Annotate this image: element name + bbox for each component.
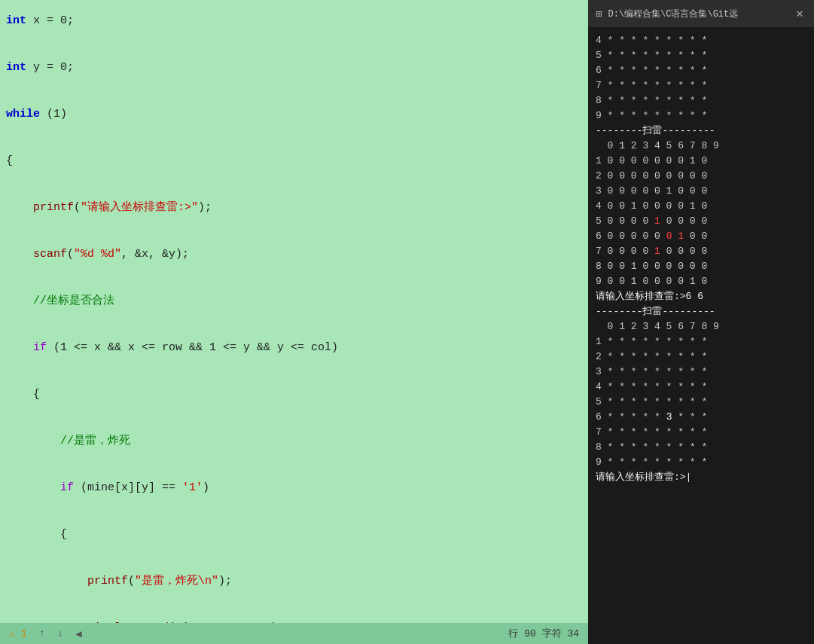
code-line-4: { [6, 149, 582, 172]
keyword-if-2: if [60, 481, 74, 494]
terminal-separator-2: --------扫雷--------- [596, 306, 715, 317]
nav-up-button[interactable]: ↑ [38, 627, 44, 639]
code-line-9: { [6, 383, 582, 406]
terminal-title: D:\编程合集\C语言合集\Git远 [608, 8, 787, 20]
str-1: "请输入坐标排查雷:>" [81, 201, 198, 214]
code-line-7: //坐标是否合法 [6, 289, 582, 313]
str-4: "是雷，炸死\n" [135, 575, 218, 588]
code-line-10: //是雷，炸死 [6, 429, 582, 453]
status-warning: ⚠ 1 [9, 627, 26, 639]
code-content: int x = 0; int y = 0; while (1) { printf… [0, 6, 588, 644]
code-line-1: int x = 0; [6, 9, 582, 32]
str-2: "%d %d" [74, 248, 121, 261]
terminal-marked-7: 1 [654, 246, 660, 257]
terminal-icon: ⊞ [596, 8, 602, 20]
terminal-grid-2: 1 * * * * * * * * * 2 * * * * * * * * * … [596, 336, 707, 423]
code-line-5: printf("请输入坐标排查雷:>"); [6, 196, 582, 219]
terminal-prompt-2: 请输入坐标排查雷:>| [596, 472, 691, 483]
status-bar: ⚠ 1 ↑ ↓ ◀ 行 90 字符 34 [0, 623, 588, 644]
code-line-13: printf("是雷，炸死\n"); [6, 569, 582, 593]
fn-printf-2: printf [87, 575, 128, 588]
code-editor: int x = 0; int y = 0; while (1) { printf… [0, 0, 588, 644]
code-line-11: if (mine[x][y] == '1') [6, 476, 582, 499]
keyword-while: while [6, 108, 40, 121]
terminal-titlebar: ⊞ D:\编程合集\C语言合集\Git远 ✕ [588, 0, 814, 27]
code-line-6: scanf("%d %d", &x, &y); [6, 243, 582, 266]
terminal-close-button[interactable]: ✕ [793, 5, 806, 23]
code-line-2: int y = 0; [6, 56, 582, 79]
code-line-8: if (1 <= x && x <= row && 1 <= y && y <=… [6, 336, 582, 359]
keyword-if-1: if [33, 341, 47, 354]
main-container: int x = 0; int y = 0; while (1) { printf… [0, 0, 814, 644]
terminal-marked-5: 1 [654, 215, 660, 227]
code-line-12: { [6, 523, 582, 546]
comment-2: //是雷，炸死 [60, 435, 130, 447]
fn-printf-1: printf [33, 201, 74, 214]
code-line-3: while (1) [6, 102, 582, 126]
keyword-int: int [6, 14, 26, 27]
fn-scanf: scanf [33, 248, 67, 261]
terminal-marked-6b: 1 [678, 230, 684, 242]
terminal-body: 4 * * * * * * * * * 5 * * * * * * * * * … [588, 27, 814, 644]
terminal-grid-header-2: 0 1 2 3 4 5 6 7 8 9 [596, 321, 719, 332]
str-3: '1' [182, 481, 203, 494]
keyword-int-2: int [6, 61, 26, 74]
terminal-line-4row: 4 * * * * * * * * * 5 * * * * * * * * * … [596, 35, 707, 121]
terminal-separator-1: --------扫雷--------- [596, 125, 715, 136]
cursor-position: 行 90 字符 34 [508, 627, 579, 640]
terminal-grid-header-1: 0 1 2 3 4 5 6 7 8 9 [596, 140, 719, 151]
terminal-prompt-1: 请输入坐标排查雷:>6 6 [596, 291, 703, 302]
scroll-left-button[interactable]: ◀ [75, 627, 81, 640]
comment-1: //坐标是否合法 [33, 295, 114, 307]
nav-down-button[interactable]: ↓ [57, 627, 63, 639]
terminal-window: ⊞ D:\编程合集\C语言合集\Git远 ✕ 4 * * * * * * * *… [588, 0, 814, 644]
